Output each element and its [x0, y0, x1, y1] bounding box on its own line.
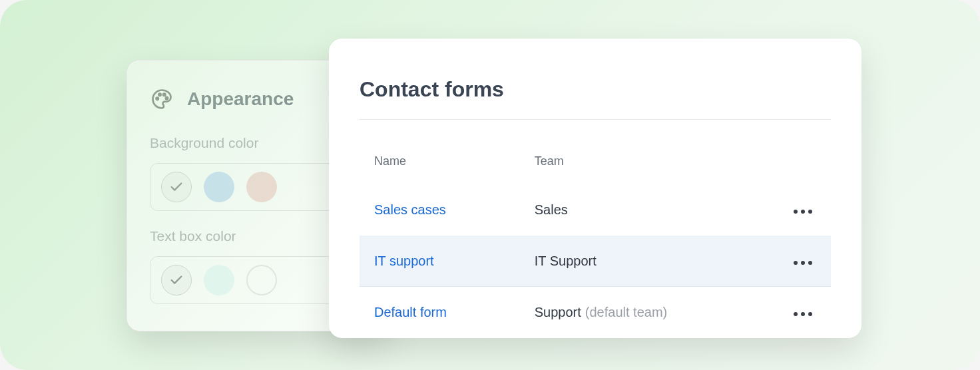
form-name-link[interactable]: Default form [374, 305, 447, 319]
bg-swatch-blue[interactable] [204, 172, 234, 202]
bg-swatch-selected[interactable] [161, 172, 192, 202]
form-team: Sales [535, 202, 568, 217]
form-name-link[interactable]: Sales cases [374, 202, 446, 217]
table-row: Sales cases Sales [360, 184, 831, 236]
textbox-swatch-cyan[interactable] [204, 265, 234, 295]
contact-forms-title: Contact forms [360, 77, 831, 120]
svg-point-2 [163, 94, 165, 96]
column-header-actions [775, 146, 831, 184]
form-team: IT Support [535, 254, 597, 268]
textbox-swatch-selected[interactable] [161, 265, 192, 295]
check-icon [169, 180, 184, 194]
stage-background: Appearance Background color Text box col… [0, 0, 980, 370]
row-actions-menu[interactable] [790, 308, 816, 320]
column-header-team: Team [520, 146, 775, 184]
bg-swatch-pink[interactable] [246, 172, 277, 202]
table-row: IT support IT Support [360, 236, 831, 287]
contact-forms-table: Name Team Sales cases Sales IT support I… [360, 146, 831, 338]
form-team-suffix: (default team) [585, 305, 667, 319]
table-row: Default form Support(default team) [360, 287, 831, 338]
palette-icon [150, 87, 174, 111]
column-header-name: Name [360, 146, 520, 184]
textbox-swatch-outline[interactable] [246, 265, 277, 295]
row-actions-menu[interactable] [790, 257, 816, 269]
svg-point-1 [158, 94, 160, 96]
form-name-link[interactable]: IT support [374, 254, 434, 268]
svg-point-3 [166, 97, 168, 99]
row-actions-menu[interactable] [790, 206, 816, 218]
form-team: Support [535, 305, 581, 319]
contact-forms-card: Contact forms Name Team Sales cases Sale… [329, 39, 861, 338]
svg-point-0 [156, 98, 158, 100]
check-icon [169, 273, 184, 287]
appearance-title: Appearance [187, 89, 294, 110]
